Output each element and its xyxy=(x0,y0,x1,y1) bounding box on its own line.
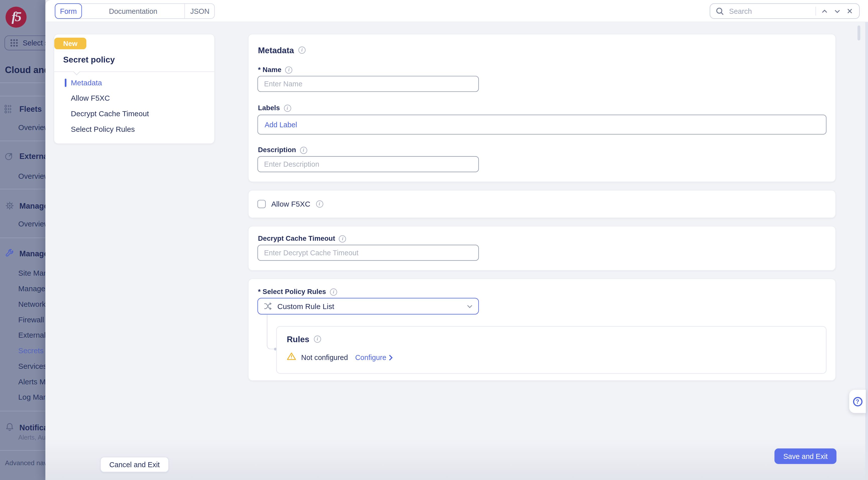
allow-f5xc-checkbox[interactable] xyxy=(257,200,266,208)
collapse-notch-icon xyxy=(73,68,80,75)
sidebar-item-manage-tools[interactable]: Manage xyxy=(4,248,45,258)
divider xyxy=(815,6,816,15)
search-next-icon[interactable] xyxy=(833,6,841,15)
primary-sidebar: f5 Select service Cloud and Edge Sites xyxy=(0,0,45,480)
decrypt-cache-timeout-section: Decrypt Cache Timeout xyxy=(248,226,836,271)
rules-title-text: Rules xyxy=(287,334,309,344)
sidebar-subitem-overview[interactable]: Overview xyxy=(18,123,45,132)
sidebar-item-fleets[interactable]: Fleets xyxy=(4,105,45,114)
sidebar-subitem-log-management[interactable]: Log Management xyxy=(18,393,45,401)
add-label-button[interactable]: Add Label xyxy=(265,120,297,129)
app-grid-icon xyxy=(10,39,18,47)
info-icon[interactable] xyxy=(330,288,337,296)
sidebar-subitem-networking[interactable]: Networking xyxy=(18,300,45,308)
search-bar xyxy=(710,3,860,19)
bell-icon xyxy=(4,422,14,432)
chevron-right-icon xyxy=(389,354,393,360)
divider xyxy=(0,189,45,189)
search-close-icon[interactable] xyxy=(845,6,854,15)
info-icon[interactable] xyxy=(299,47,306,54)
description-field-label: Description xyxy=(258,146,307,154)
tab-documentation[interactable]: Documentation xyxy=(82,4,184,18)
description-input[interactable] xyxy=(257,156,479,172)
chevron-down-icon xyxy=(467,303,473,309)
divider xyxy=(0,141,45,141)
sidebar-subitem-external[interactable]: External Services xyxy=(18,331,45,339)
info-icon[interactable] xyxy=(285,66,293,73)
configure-link-text: Configure xyxy=(355,353,386,361)
f5-logo[interactable]: f5 xyxy=(5,6,27,28)
modal-topbar: Form Documentation JSON xyxy=(45,0,868,22)
sidebar-subitem-manage[interactable]: Manage xyxy=(18,285,45,293)
fleets-icon xyxy=(4,105,14,114)
sidebar-item-label: Notifications xyxy=(19,423,45,431)
sidebar-subitem-overview[interactable]: Overview xyxy=(18,220,45,228)
step-metadata[interactable]: Metadata xyxy=(63,79,209,87)
sidebar-item-external-services[interactable]: External Services xyxy=(4,152,45,160)
divider xyxy=(0,96,45,96)
metadata-title-text: Metadata xyxy=(258,46,294,55)
not-configured-status: Not configured xyxy=(301,353,348,361)
sidebar-item-label: Manage xyxy=(19,249,45,258)
decrypt-label-text: Decrypt Cache Timeout xyxy=(258,235,335,242)
tab-form[interactable]: Form xyxy=(55,3,82,19)
step-allow-f5xc[interactable]: Allow F5XC xyxy=(63,94,209,103)
search-icon xyxy=(715,6,724,15)
info-icon[interactable] xyxy=(284,104,291,112)
workspace-title: Cloud and Edge Sites xyxy=(5,65,45,75)
rules-subsection: Rules Not configured Configure xyxy=(276,326,826,374)
allow-f5xc-section: Allow F5XC xyxy=(248,190,836,218)
rules-section-title: Rules xyxy=(287,334,321,344)
select-service-button[interactable]: Select service xyxy=(4,35,45,51)
sidebar-subitem-firewall[interactable]: Firewall xyxy=(18,316,45,324)
sidebar-subitem-overview[interactable]: Overview xyxy=(18,172,45,180)
wrench-icon xyxy=(4,248,14,258)
policy-rules-label-text: * Select Policy Rules xyxy=(258,288,326,296)
warning-icon xyxy=(287,352,296,363)
policy-rules-selected-value: Custom Rule List xyxy=(277,302,462,310)
name-label-text: * Name xyxy=(258,66,281,73)
divider xyxy=(0,411,45,411)
labels-input[interactable]: Add Label xyxy=(257,115,827,134)
sidebar-subitem-alerts-management[interactable]: Alerts Management xyxy=(18,378,45,386)
cancel-and-exit-button[interactable]: Cancel and Exit xyxy=(100,457,169,472)
step-select-policy-rules[interactable]: Select Policy Rules xyxy=(63,125,209,134)
sidebar-subitem-site-management[interactable]: Site Management xyxy=(18,269,45,277)
info-icon[interactable] xyxy=(314,335,321,343)
search-prev-icon[interactable] xyxy=(820,6,829,15)
new-badge: New xyxy=(54,38,86,49)
metadata-section: Metadata * Name Labels Add Label Descrip… xyxy=(248,34,836,182)
advanced-nav-toggle[interactable]: Advanced nav xyxy=(5,459,45,467)
wizard-card: New Secret policy Metadata Allow F5XC De… xyxy=(54,34,215,144)
tab-json[interactable]: JSON xyxy=(184,3,215,19)
metadata-section-title: Metadata xyxy=(258,46,306,55)
configure-link[interactable]: Configure xyxy=(355,353,393,361)
wizard-title: Secret policy xyxy=(63,55,115,64)
sidebar-item-manage[interactable]: Manage xyxy=(4,201,45,210)
question-mark-icon xyxy=(853,397,862,406)
description-label-text: Description xyxy=(258,146,296,154)
sidebar-item-label: Fleets xyxy=(19,105,42,114)
search-input[interactable] xyxy=(728,6,811,16)
info-icon[interactable] xyxy=(316,200,323,208)
policy-rules-select[interactable]: Custom Rule List xyxy=(257,298,479,314)
help-button[interactable] xyxy=(849,390,866,413)
info-icon[interactable] xyxy=(339,235,346,242)
view-tabs: Form Documentation JSON xyxy=(55,3,215,19)
sidebar-subitem-services[interactable]: Services xyxy=(18,362,45,370)
save-and-exit-button[interactable]: Save and Exit xyxy=(774,448,836,464)
divider xyxy=(0,83,45,83)
info-icon[interactable] xyxy=(300,146,307,154)
f5-logo-text: f5 xyxy=(11,9,20,24)
labels-field-label: Labels xyxy=(258,104,291,112)
notifications-sublabel: Alerts, Audit Logs xyxy=(18,434,45,441)
step-decrypt-cache-timeout[interactable]: Decrypt Cache Timeout xyxy=(63,110,209,119)
app-root: f5 Select service Cloud and Edge Sites xyxy=(0,0,868,480)
sidebar-item-notifications[interactable]: Notifications xyxy=(4,422,45,432)
decrypt-cache-timeout-input[interactable] xyxy=(257,245,479,261)
scrollbar-thumb[interactable] xyxy=(858,25,860,40)
name-input[interactable] xyxy=(257,76,479,92)
sidebar-subitem-secrets[interactable]: Secrets xyxy=(18,347,45,355)
select-policy-rules-section: * Select Policy Rules Custom Rule List xyxy=(248,278,836,381)
rules-status-row: Not configured Configure xyxy=(287,352,393,363)
